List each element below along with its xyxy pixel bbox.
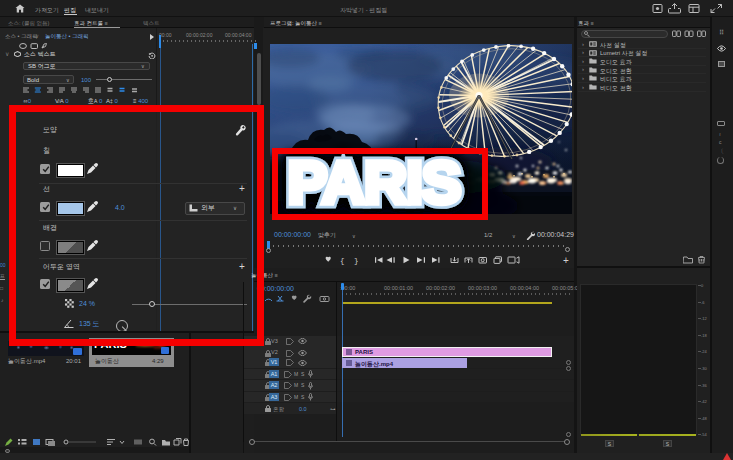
- svg-text:}: }: [354, 257, 359, 265]
- svg-text:{: {: [340, 257, 345, 265]
